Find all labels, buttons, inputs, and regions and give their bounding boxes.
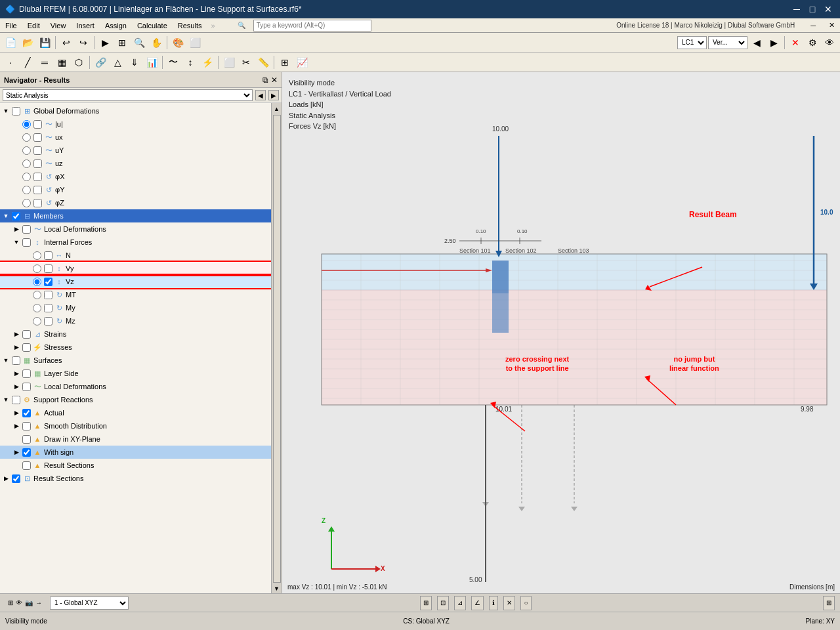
nav-scroll-bar[interactable]: ▲ ▼ [271,103,282,593]
tree-ux[interactable]: 〜 ux [0,131,271,144]
expander-layer-side[interactable]: ▶ [12,369,21,378]
radio-u-abs[interactable] [22,120,31,129]
menu-calculate[interactable]: Calculate [132,22,173,30]
tb2-solids[interactable]: ⬡ [71,54,87,70]
tb-zoom-all[interactable]: ⊞ [114,35,130,51]
tb2-chart[interactable]: 📈 [294,54,310,70]
cb-support-react[interactable] [12,396,20,404]
scroll-down[interactable]: ▼ [272,584,282,593]
cb-global-def[interactable] [12,107,20,116]
tree-MT[interactable]: ↻ MT [0,288,271,301]
btn-angle[interactable]: ∠ [471,596,484,610]
tb-x-mark[interactable]: ✕ [788,35,803,51]
menu-file[interactable]: File [0,22,22,30]
expander-members[interactable]: ▼ [1,211,10,220]
expander-support-react[interactable]: ▼ [1,395,10,404]
cb-actual[interactable] [22,409,31,417]
tb-select[interactable]: ▶ [97,35,113,51]
btn-snap[interactable]: ⊡ [437,596,449,610]
tree-u-abs[interactable]: 〜 |u| [0,117,271,131]
radio-MT[interactable] [33,291,41,299]
icon-arrow[interactable]: → [35,599,42,606]
license-close[interactable]: ✕ [824,21,840,30]
expander-smooth-dist[interactable]: ▶ [12,421,21,430]
icon-camera[interactable]: 📷 [25,599,33,606]
tree-smooth-dist[interactable]: ▶ ▲ Smooth Distribution [0,419,271,432]
radio-uy[interactable] [22,146,31,155]
cb-result-sections[interactable] [12,474,20,483]
scroll-up[interactable]: ▲ [272,104,282,114]
tb2-constraints[interactable]: 🔗 [93,54,108,70]
tree-members[interactable]: ▼ ⊟ Members [0,209,271,222]
tree-N[interactable]: ↔ N [0,249,271,262]
cb-local-def2[interactable] [22,383,31,391]
radio-Mz[interactable] [33,317,41,326]
cb-Vy[interactable] [44,264,52,273]
tb2-lines[interactable]: ╱ [20,54,35,70]
tree-strains[interactable]: ▶ ⊿ Strains [0,327,271,341]
tb-new[interactable]: 📄 [3,35,18,51]
tb-undo[interactable]: ↩ [58,35,74,51]
cb-phix[interactable] [33,173,42,181]
tb2-surfaces[interactable]: ▦ [54,54,70,70]
cb-int-forces[interactable] [22,238,31,247]
search-input[interactable] [253,20,371,32]
tb-pan[interactable]: ✋ [148,35,164,51]
tb-zoom-in[interactable]: 🔍 [131,35,147,51]
cb-N[interactable] [44,251,52,260]
tb-save[interactable]: 💾 [37,35,52,51]
expander-local-def[interactable]: ▶ [12,224,21,234]
tb-render[interactable]: 🎨 [170,35,186,51]
tree-actual[interactable]: ▶ ▲ Actual [0,406,271,419]
radio-uz[interactable] [22,159,31,168]
tb-wireframe[interactable]: ⬜ [187,35,203,51]
tb2-xray[interactable]: ⬜ [221,54,237,70]
tree-stresses[interactable]: ▶ ⚡ Stresses [0,341,271,354]
tb2-measure[interactable]: 📏 [255,54,271,70]
btn-cross[interactable]: ✕ [503,596,515,610]
cb-phiy[interactable] [33,186,42,194]
tb2-deform[interactable]: 〜 [165,54,181,70]
tb-settings[interactable]: ⚙ [805,35,820,51]
btn-info[interactable]: ℹ [489,596,498,610]
global-xyz-select[interactable]: 1 - Global XYZ [50,597,129,610]
close-button[interactable]: ✕ [822,3,835,16]
tree-Vz[interactable]: ↕ Vz [0,275,271,288]
tb-view-settings[interactable]: 👁 [822,35,837,51]
tree-with-sign[interactable]: ▲ Result Sections [0,459,271,472]
cb-uz[interactable] [33,159,42,168]
load-case-combo[interactable]: LC1 [677,36,707,49]
menu-view[interactable]: View [45,22,72,30]
analysis-type-select[interactable]: Static Analysis [3,89,253,101]
expander-result-sections[interactable]: ▶ [1,474,10,483]
radio-ux[interactable] [22,133,31,142]
menu-results[interactable]: Results [173,22,207,30]
cb-surfaces[interactable] [12,356,20,365]
version-combo[interactable]: Ver... [708,36,747,49]
radio-N[interactable] [33,251,41,260]
cb-local-def[interactable] [22,225,31,234]
cb-phiz[interactable] [33,199,42,207]
cb-Mz[interactable] [44,317,52,326]
cb-strains[interactable] [22,330,31,339]
tree-My[interactable]: ↻ My [0,301,271,314]
btn-grid[interactable]: ⊞ [420,596,432,610]
expander-stresses[interactable]: ▶ [12,343,21,352]
btn-ortho[interactable]: ⊿ [454,596,466,610]
tree-layer-side[interactable]: ▶ ▦ Layer Side [0,367,271,380]
icon-eye[interactable]: 👁 [16,599,22,606]
radio-Vy[interactable] [33,264,41,273]
cb-members[interactable] [12,212,20,220]
tb2-forces[interactable]: ↕ [182,54,198,70]
cb-with-sign[interactable] [22,461,31,470]
tb2-results[interactable]: 📊 [144,54,159,70]
cb-MT[interactable] [44,291,52,299]
tree-Vy[interactable]: ↕ Vy [0,262,271,275]
nav-filter-right[interactable]: ▶ [268,90,279,100]
tree-int-forces[interactable]: ▼ ↕ Internal Forces [0,236,271,249]
expander-surfaces[interactable]: ▼ [1,356,10,365]
cb-info[interactable] [22,448,31,457]
cb-draw-xy[interactable] [22,435,31,444]
expander-local-def2[interactable]: ▶ [12,382,21,391]
radio-phiy[interactable] [22,186,31,194]
